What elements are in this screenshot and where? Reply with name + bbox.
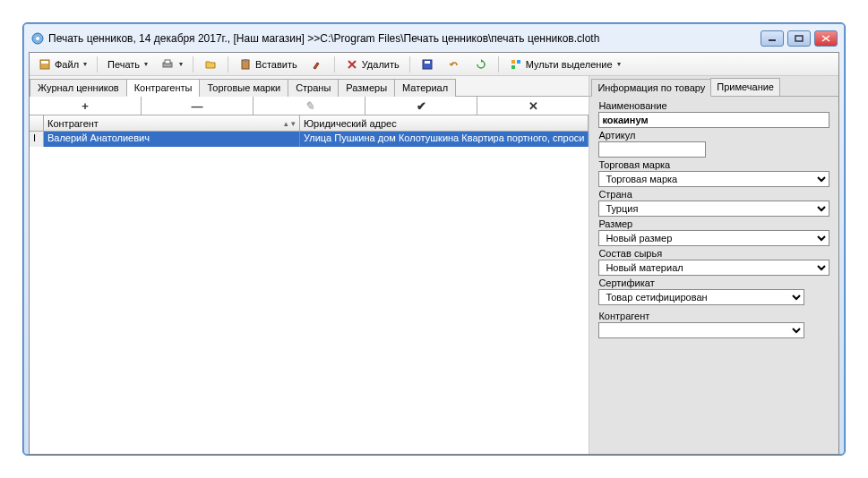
chevron-down-icon: ▾ — [179, 60, 183, 68]
svg-rect-3 — [795, 36, 803, 41]
name-input[interactable] — [598, 112, 829, 128]
nav-add[interactable]: + — [30, 97, 142, 115]
size-select[interactable]: Новый размер — [598, 230, 829, 246]
main-tabs: Журнал ценников Контрагенты Торговые мар… — [30, 76, 589, 97]
form-body: Наименование Артикул Торговая марка Торг… — [589, 96, 838, 454]
print-label: Печать — [107, 59, 140, 70]
table-row[interactable]: I Валерий Анатолиевич Улица Пушкина дом … — [30, 132, 589, 147]
delete-label: Удалить — [362, 59, 400, 70]
tab-material[interactable]: Материал — [394, 79, 456, 97]
grid-col-counterparty[interactable]: Контрагент ▴ ▾ — [44, 115, 300, 131]
field-counterparty: Контрагент — [598, 311, 829, 338]
paste-icon — [238, 57, 253, 72]
left-pane: Журнал ценников Контрагенты Торговые мар… — [30, 76, 589, 454]
cell-address[interactable]: Улица Пушкина дом Колотушкина Квартира п… — [300, 132, 589, 147]
field-name: Наименование — [598, 100, 829, 128]
tab-countries[interactable]: Страны — [288, 79, 339, 97]
filter-dropdown-icon[interactable]: ▾ — [291, 119, 296, 128]
svg-point-1 — [36, 37, 39, 40]
svg-rect-12 — [511, 60, 515, 64]
app-icon — [30, 31, 45, 46]
maximize-button[interactable] — [787, 30, 811, 47]
window-frame: Печать ценников, 14 декабря 2017г., [Наш… — [22, 22, 846, 456]
multiselect-icon — [509, 57, 523, 72]
nav-edit[interactable]: ✎ — [254, 97, 365, 115]
tab-notes[interactable]: Примечание — [710, 78, 780, 96]
field-cert: Сертификат Товар сетифицирован — [598, 277, 829, 305]
toolbar: Файл ▾ Печать ▾ ▾ Вставить Удалить — [30, 53, 838, 76]
field-brand: Торговая марка Торговая марка — [598, 159, 829, 187]
window-title: Печать ценников, 14 декабря 2017г., [Наш… — [48, 32, 761, 45]
file-label: Файл — [55, 59, 79, 70]
sort-indicator: ▴ — [284, 119, 288, 128]
grid-header: Контрагент ▴ ▾ Юридический адрес — [30, 115, 589, 132]
svg-rect-11 — [425, 61, 430, 64]
nav-apply[interactable]: ✔ — [365, 97, 477, 115]
grid-col-address[interactable]: Юридический адрес — [300, 115, 589, 131]
svg-rect-5 — [41, 61, 48, 64]
svg-rect-14 — [511, 65, 515, 69]
tab-journal[interactable]: Журнал ценников — [30, 79, 127, 97]
undo-icon — [447, 57, 461, 72]
field-sku: Артикул — [598, 130, 829, 158]
paste-button[interactable]: Вставить — [234, 55, 302, 74]
country-select[interactable]: Турция — [598, 201, 829, 217]
printer-button[interactable]: ▾ — [156, 55, 187, 74]
tab-sizes[interactable]: Размеры — [338, 79, 395, 97]
window-buttons — [761, 30, 838, 47]
sku-input[interactable] — [598, 141, 706, 158]
client-area: Файл ▾ Печать ▾ ▾ Вставить Удалить — [29, 52, 839, 455]
print-menu[interactable]: Печать ▾ — [103, 56, 152, 73]
multiselect-label: Мульти выделение — [526, 59, 613, 70]
save-icon — [420, 57, 434, 72]
grid-body[interactable]: I Валерий Анатолиевич Улица Пушкина дом … — [30, 132, 589, 454]
field-country: Страна Турция — [598, 189, 829, 217]
svg-rect-7 — [165, 60, 170, 64]
tab-brands[interactable]: Торговые марки — [199, 79, 288, 97]
folder-open-icon — [203, 57, 218, 72]
chevron-down-icon: ▾ — [144, 60, 148, 68]
minimize-button[interactable] — [761, 30, 784, 47]
svg-rect-2 — [769, 39, 776, 41]
brush-icon — [310, 57, 324, 72]
delete-icon — [345, 57, 359, 72]
undo-button[interactable] — [443, 55, 466, 74]
paste-label: Вставить — [255, 59, 297, 70]
refresh-icon — [474, 57, 488, 72]
brand-select[interactable]: Торговая марка — [598, 171, 829, 187]
grid-indicator-col — [30, 115, 44, 131]
delete-button[interactable]: Удалить — [340, 55, 404, 74]
file-menu[interactable]: Файл ▾ — [33, 55, 91, 74]
titlebar: Печать ценников, 14 декабря 2017г., [Наш… — [29, 29, 839, 48]
tab-product-info[interactable]: Информация по товару — [591, 79, 711, 97]
cert-select[interactable]: Товар сетифицирован — [598, 289, 804, 305]
file-icon — [38, 57, 52, 72]
record-navigator: + — ✎ ✔ ✕ — [30, 97, 589, 115]
refresh-button[interactable] — [469, 55, 493, 74]
right-pane: Информация по товару Примечание Наименов… — [589, 76, 838, 454]
nav-remove[interactable]: — — [142, 97, 254, 115]
counterparty-select[interactable] — [598, 322, 804, 338]
chevron-down-icon: ▾ — [83, 60, 87, 68]
field-material: Состав сырья Новый материал — [598, 248, 829, 276]
open-button[interactable] — [199, 55, 222, 74]
brush-button[interactable] — [305, 55, 329, 74]
svg-rect-9 — [244, 59, 247, 62]
chevron-down-icon: ▾ — [617, 60, 621, 68]
content: Журнал ценников Контрагенты Торговые мар… — [30, 76, 838, 454]
multiselect-button[interactable]: Мульти выделение ▾ — [504, 55, 625, 74]
close-button[interactable] — [814, 30, 838, 47]
save-button[interactable] — [416, 55, 439, 74]
nav-cancel[interactable]: ✕ — [477, 97, 589, 115]
cell-counterparty[interactable]: Валерий Анатолиевич — [44, 132, 300, 147]
right-tabs: Информация по товару Примечание — [589, 76, 838, 96]
tab-counterparties[interactable]: Контрагенты — [126, 79, 201, 97]
material-select[interactable]: Новый материал — [598, 260, 829, 276]
row-indicator: I — [30, 132, 44, 147]
field-size: Размер Новый размер — [598, 218, 829, 246]
svg-rect-13 — [517, 60, 520, 64]
printer-icon — [160, 57, 175, 72]
